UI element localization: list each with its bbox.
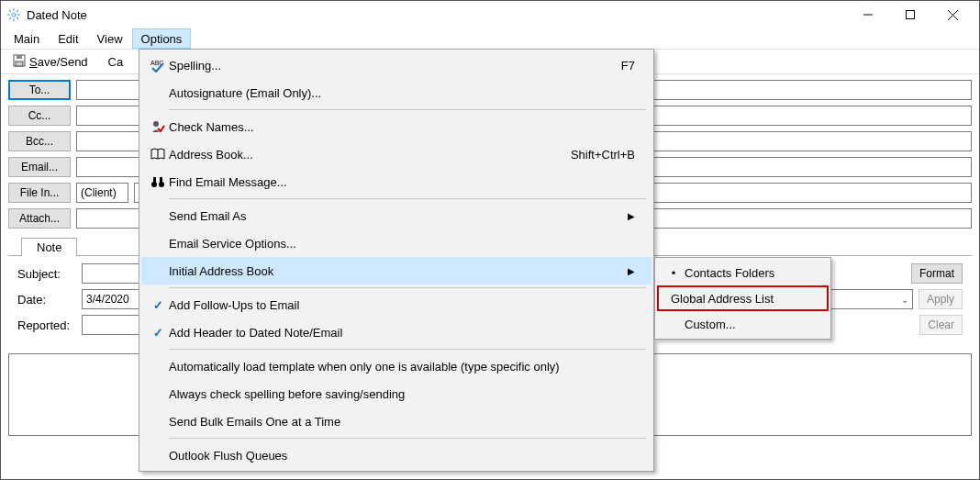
close-button[interactable]: [931, 1, 974, 28]
menu-separator: [169, 109, 646, 110]
save-icon: [13, 54, 26, 70]
options-menu: ABC Spelling... F7 Autosignature (Email …: [139, 49, 654, 472]
svg-point-17: [153, 121, 159, 127]
book-icon: [147, 147, 169, 162]
check-icon: ✓: [147, 326, 169, 340]
subject-label: Subject:: [17, 267, 76, 281]
menu-spelling[interactable]: ABC Spelling... F7: [141, 51, 651, 79]
submenu-contacts-folders[interactable]: • Contacts Folders: [657, 260, 829, 285]
reported-label: Reported:: [17, 318, 76, 332]
file-in-button[interactable]: File In...: [8, 183, 71, 203]
save-send-label-s: S: [29, 55, 38, 69]
menu-options[interactable]: Options: [132, 28, 192, 49]
menu-find-email[interactable]: Find Email Message...: [141, 168, 651, 195]
format-button[interactable]: Format: [911, 263, 963, 284]
svg-rect-22: [160, 177, 162, 183]
clear-button[interactable]: Clear: [919, 315, 963, 335]
menu-separator: [169, 287, 646, 288]
date-label: Date:: [17, 293, 76, 307]
binoculars-icon: [147, 174, 169, 189]
spellcheck-icon: ABC: [147, 58, 169, 73]
reported-input[interactable]: [82, 315, 146, 335]
svg-line-6: [17, 17, 18, 19]
svg-rect-14: [17, 55, 22, 59]
svg-rect-10: [907, 11, 915, 19]
menu-auto-template[interactable]: Automatically load template when only on…: [141, 352, 651, 380]
titlebar: Dated Note: [1, 1, 979, 28]
submenu-arrow-icon: ▶: [628, 266, 635, 276]
submenu-custom[interactable]: Custom...: [657, 311, 829, 337]
svg-line-8: [9, 17, 11, 19]
menu-separator: [169, 349, 646, 350]
to-button[interactable]: To...: [8, 80, 71, 100]
window: Dated Note Main Edit View Options Sav: [0, 0, 980, 480]
menu-always-spellcheck[interactable]: Always check spelling before saving/send…: [141, 380, 651, 407]
menubar: Main Edit View Options: [1, 28, 979, 49]
menu-flush-queues[interactable]: Outlook Flush Queues: [141, 441, 651, 469]
apply-button[interactable]: Apply: [919, 289, 963, 309]
tab-note[interactable]: Note: [21, 238, 77, 256]
email-button[interactable]: Email...: [8, 157, 71, 177]
attach-button[interactable]: Attach...: [8, 208, 71, 229]
menu-separator: [169, 198, 646, 199]
svg-line-5: [9, 10, 11, 12]
submenu-global-address-list[interactable]: Global Address List: [657, 285, 829, 311]
menu-initial-address-book[interactable]: Initial Address Book ▶: [141, 257, 651, 285]
person-check-icon: [147, 119, 169, 134]
menu-bulk-emails[interactable]: Send Bulk Emails One at a Time: [141, 407, 651, 435]
menu-main[interactable]: Main: [5, 28, 49, 49]
app-icon: [6, 7, 21, 22]
svg-point-0: [12, 13, 16, 17]
submenu-arrow-icon: ▶: [628, 211, 635, 221]
menu-autosignature[interactable]: Autosignature (Email Only)...: [141, 79, 651, 106]
menu-email-service-options[interactable]: Email Service Options...: [141, 229, 651, 257]
file-in-input[interactable]: [76, 183, 128, 203]
menu-send-email-as[interactable]: Send Email As ▶: [141, 202, 651, 229]
bcc-button[interactable]: Bcc...: [8, 131, 71, 151]
svg-rect-15: [16, 61, 23, 66]
initial-address-book-submenu: • Contacts Folders Global Address List C…: [654, 257, 831, 340]
chevron-down-icon: ⌄: [901, 295, 908, 305]
cc-button[interactable]: Cc...: [8, 106, 71, 126]
maximize-button[interactable]: [889, 1, 931, 28]
save-send-button[interactable]: Save/Send: [6, 51, 95, 73]
svg-line-7: [17, 10, 18, 12]
menu-view[interactable]: View: [88, 28, 132, 49]
menu-edit[interactable]: Edit: [49, 28, 87, 49]
save-send-label-rest: ave/Send: [38, 55, 88, 69]
minimize-button[interactable]: [847, 1, 889, 28]
cancel-button-partial[interactable]: Ca: [102, 52, 130, 72]
menu-check-names[interactable]: Check Names...: [141, 113, 651, 140]
window-title: Dated Note: [27, 8, 847, 22]
menu-add-header[interactable]: ✓ Add Header to Dated Note/Email: [141, 318, 651, 346]
menu-address-book[interactable]: Address Book... Shift+Ctrl+B: [141, 140, 651, 168]
menu-separator: [169, 438, 646, 439]
check-icon: ✓: [147, 298, 169, 312]
menu-add-followups[interactable]: ✓ Add Follow-Ups to Email: [141, 291, 651, 318]
svg-rect-21: [153, 177, 156, 183]
bullet-icon: •: [663, 266, 685, 280]
